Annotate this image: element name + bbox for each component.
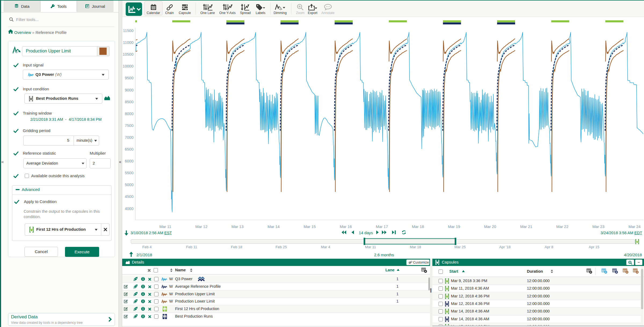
svg-text:Mar 20: Mar 20 — [484, 225, 496, 229]
svg-text:Mar 24: Mar 24 — [628, 225, 641, 229]
svg-text:Mar 19: Mar 19 — [448, 225, 460, 229]
svg-text:5000: 5000 — [125, 183, 133, 187]
svg-text:9500: 9500 — [125, 76, 133, 80]
svg-text:Mar 21: Mar 21 — [520, 225, 532, 229]
svg-text:Mar 11: Mar 11 — [159, 225, 171, 229]
svg-text:8500: 8500 — [125, 100, 133, 104]
svg-text:Mar 22: Mar 22 — [556, 225, 568, 229]
svg-text:Mar 23: Mar 23 — [592, 225, 605, 229]
svg-text:7000: 7000 — [125, 135, 133, 140]
svg-text:11500: 11500 — [123, 29, 133, 33]
svg-text:10500: 10500 — [123, 52, 133, 56]
svg-text:4000: 4000 — [125, 207, 133, 211]
svg-text:Mar 14: Mar 14 — [267, 225, 280, 229]
svg-text:4500: 4500 — [125, 194, 133, 199]
svg-text:7500: 7500 — [125, 123, 133, 128]
svg-text:8000: 8000 — [125, 112, 133, 116]
svg-text:Mar 15: Mar 15 — [304, 225, 316, 229]
svg-text:Mar 16: Mar 16 — [340, 225, 352, 229]
svg-text:Mar 17: Mar 17 — [376, 225, 388, 229]
svg-text:6500: 6500 — [125, 147, 133, 151]
svg-text:10000: 10000 — [123, 64, 133, 68]
svg-text:Mar 12: Mar 12 — [195, 225, 207, 229]
svg-text:Mar 13: Mar 13 — [231, 225, 244, 229]
svg-text:6000: 6000 — [125, 159, 133, 163]
svg-text:5500: 5500 — [125, 171, 133, 175]
svg-text:9000: 9000 — [125, 88, 133, 92]
svg-text:Mar 18: Mar 18 — [412, 225, 424, 229]
svg-text:11000: 11000 — [123, 40, 133, 45]
